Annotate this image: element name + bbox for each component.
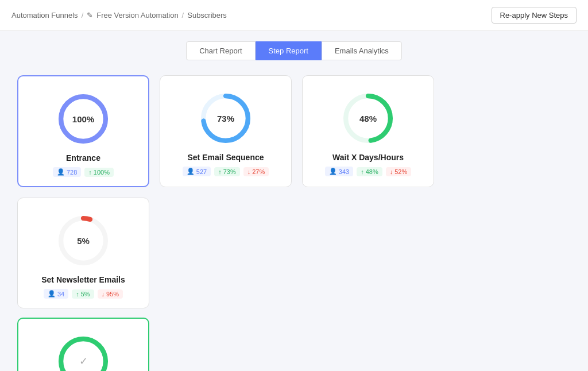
page-header: Automation Funnels / ✎ Free Version Auto… — [0, 0, 588, 31]
card-overall: ✓ Overall Conversion Rate: 5% (y) — [17, 318, 149, 371]
up-icon: ↑ — [361, 168, 364, 175]
badge-nl-pct-down: ↓ 95% — [98, 289, 123, 299]
card-entrance: 100% Entrance 👤 728 ↑ 100% — [17, 75, 149, 187]
card-entrance-title: Entrance — [66, 153, 100, 163]
breadcrumb-current: Subscribers — [187, 11, 227, 20]
edit-icon: ✎ — [87, 11, 93, 20]
up-icon: ↑ — [218, 168, 222, 175]
reapply-button[interactable]: Re-apply New Steps — [492, 7, 577, 24]
donut-email-sequence-label: 73% — [217, 114, 234, 123]
card-newsletter-title: Set Newsletter Emails — [41, 275, 125, 284]
donut-newsletter-label: 5% — [77, 236, 90, 246]
donut-entrance: 100% — [55, 90, 112, 148]
person-icon: 👤 — [187, 168, 195, 175]
card-newsletter-badges: 👤 34 ↑ 5% ↓ 95% — [44, 289, 123, 299]
badge-seq-count: 👤 527 — [183, 167, 211, 176]
badge-nl-pct-up: ↑ 5% — [72, 289, 94, 299]
badge-nl-count: 👤 34 — [44, 289, 68, 299]
badge-wait-pct-down: ↓ 52% — [386, 167, 412, 176]
badge-seq-pct-down: ↓ 27% — [243, 167, 269, 176]
person-icon: 👤 — [48, 290, 56, 297]
person-icon: 👤 — [329, 168, 337, 175]
card-wait-days-badges: 👤 343 ↑ 48% ↓ 52% — [325, 167, 411, 176]
donut-entrance-label: 100% — [72, 114, 94, 124]
badge-entrance-pct: ↑ 100% — [84, 168, 114, 177]
donut-newsletter: 5% — [55, 212, 112, 269]
donut-overall: ✓ — [55, 333, 112, 371]
down-icon: ↓ — [247, 168, 251, 175]
cards-grid: 100% Entrance 👤 728 ↑ 100% 73% Set Email… — [0, 66, 588, 318]
up-icon: ↑ — [76, 291, 79, 297]
breadcrumb-sep-2: / — [182, 11, 184, 20]
tab-chart-report[interactable]: Chart Report — [186, 41, 255, 60]
donut-email-sequence: 73% — [197, 90, 254, 147]
breadcrumb-sep-1: / — [82, 11, 84, 20]
badge-entrance-count: 👤 728 — [53, 167, 81, 177]
down-icon: ↓ — [390, 168, 393, 175]
badge-wait-count: 👤 343 — [325, 167, 353, 176]
card-email-sequence-title: Set Email Sequence — [187, 153, 264, 162]
donut-wait-days: 48% — [339, 90, 397, 147]
tabs-bar: Chart Report Step Report Emails Analytic… — [0, 31, 588, 66]
card-wait-days: 48% Wait X Days/Hours 👤 343 ↑ 48% ↓ 52% — [302, 75, 434, 187]
badge-seq-pct-up: ↑ 73% — [214, 167, 240, 176]
tab-step-report[interactable]: Step Report — [256, 41, 322, 60]
overall-card-wrap: ✓ Overall Conversion Rate: 5% (y) — [0, 318, 588, 371]
breadcrumb-link-funnels[interactable]: Automation Funnels — [11, 11, 78, 20]
badge-wait-pct-up: ↑ 48% — [357, 167, 382, 176]
down-icon: ↓ — [102, 291, 105, 297]
breadcrumb-link-automation[interactable]: Free Version Automation — [96, 11, 178, 20]
overall-check-icon: ✓ — [79, 355, 88, 368]
breadcrumb: Automation Funnels / ✎ Free Version Auto… — [11, 11, 227, 20]
donut-wait-days-label: 48% — [359, 114, 377, 123]
card-email-sequence: 73% Set Email Sequence 👤 527 ↑ 73% ↓ 27% — [160, 75, 292, 187]
card-email-sequence-badges: 👤 527 ↑ 73% ↓ 27% — [183, 167, 269, 176]
person-icon: 👤 — [57, 168, 65, 176]
tab-emails-analytics[interactable]: Emails Analytics — [322, 41, 402, 60]
card-wait-days-title: Wait X Days/Hours — [332, 153, 404, 162]
card-newsletter: 5% Set Newsletter Emails 👤 34 ↑ 5% ↓ 95% — [17, 198, 149, 308]
card-entrance-badges: 👤 728 ↑ 100% — [53, 167, 114, 177]
up-icon: ↑ — [88, 169, 92, 176]
